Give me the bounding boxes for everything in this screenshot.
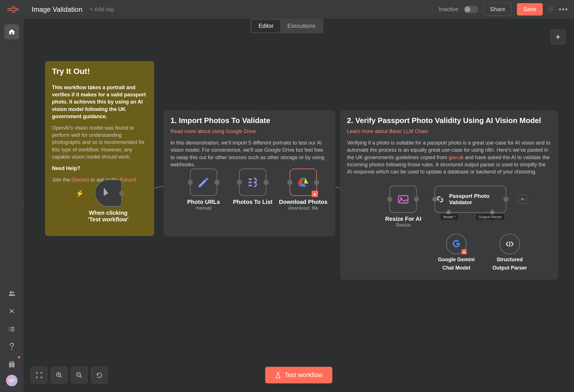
svg-point-12 — [11, 349, 12, 350]
node-sublabel: download: file — [288, 205, 318, 211]
section-title: 1. Import Photos To Validate — [170, 116, 328, 125]
output-port[interactable] — [503, 197, 509, 202]
add-tag-button[interactable]: + Add tag — [90, 6, 114, 13]
users-icon[interactable] — [4, 286, 19, 301]
svg-point-16 — [10, 362, 11, 363]
svg-rect-6 — [9, 327, 10, 328]
trigger-bolt-icon: ⚡ — [75, 190, 84, 198]
svg-point-17 — [12, 362, 14, 363]
active-toggle[interactable] — [464, 6, 478, 13]
output-port[interactable] — [119, 191, 124, 196]
input-port[interactable] — [432, 197, 437, 202]
output-port[interactable] — [414, 197, 419, 202]
subnode-label-2: Chat Model — [443, 265, 470, 271]
section-title: 2. Verify Passport Photo Validity Using … — [347, 116, 551, 125]
node-download-photos[interactable]: ▲ Download Photos download: file — [279, 169, 327, 211]
node-label: When clicking 'Test workflow' — [85, 210, 131, 223]
user-avatar[interactable]: MF — [6, 375, 18, 386]
test-workflow-button[interactable]: Test workflow — [265, 367, 332, 383]
node-photos-to-list[interactable]: Photos To List — [233, 169, 272, 205]
node-sublabel: Resize — [396, 222, 411, 228]
zoom-in-button[interactable] — [51, 367, 67, 383]
subnode-gemini[interactable]: ▲ Google Gemini Chat Model — [438, 234, 475, 271]
history-icon[interactable]: ↺ — [548, 5, 554, 13]
reset-zoom-button[interactable] — [91, 367, 108, 383]
svg-point-0 — [8, 8, 10, 11]
subnode-label-1: Google Gemini — [438, 257, 475, 263]
zoom-out-button[interactable] — [71, 367, 88, 383]
svg-point-1 — [12, 6, 15, 9]
add-node-button[interactable]: + — [550, 30, 565, 44]
svg-rect-8 — [9, 329, 10, 329]
node-passport-validator[interactable]: Passport Photo Validator Model * Output … — [435, 186, 506, 213]
output-port[interactable] — [263, 180, 269, 185]
sticky-intro: This workflow takes a portrait and verif… — [52, 84, 147, 120]
toggle-knob — [465, 7, 470, 12]
section-body: Verifying if a photo is suitable for a p… — [347, 139, 551, 175]
tab-executions[interactable]: Executions — [280, 20, 322, 32]
n8n-logo[interactable] — [6, 4, 20, 15]
sticky-title: Try It Out! — [52, 67, 147, 76]
home-button[interactable] — [4, 24, 19, 39]
help-icon[interactable] — [4, 339, 19, 354]
node-label: Photos To List — [233, 199, 272, 205]
workflow-title[interactable]: Image Validation — [32, 5, 82, 13]
svg-rect-11 — [11, 330, 14, 331]
variable-icon[interactable] — [4, 304, 19, 319]
save-button[interactable]: Save — [517, 3, 543, 15]
input-port[interactable] — [387, 197, 392, 202]
output-port[interactable] — [314, 180, 319, 185]
trigger-node-box[interactable] — [95, 180, 122, 207]
node-box[interactable] — [389, 186, 417, 213]
node-trigger[interactable]: ⚡ When clicking 'Test workflow' — [85, 180, 131, 223]
node-label: Passport Photo Validator — [449, 193, 506, 206]
need-help-heading: Need Help? — [52, 165, 147, 172]
subnode-output-parser[interactable]: Structured Output Parser — [492, 234, 527, 271]
subnode-circle[interactable]: ▲ — [446, 234, 467, 254]
warning-badge-icon: ▲ — [461, 249, 467, 254]
input-port[interactable] — [188, 180, 193, 185]
add-node-port[interactable]: + — [518, 195, 527, 204]
svg-point-5 — [12, 292, 14, 293]
input-port[interactable] — [287, 180, 292, 185]
header-bar: Image Validation + Add tag Inactive Shar… — [0, 0, 574, 19]
svg-rect-7 — [11, 327, 14, 328]
model-port-label: Model * — [441, 214, 458, 220]
llm-chain-link[interactable]: Learn more about Basic LLM Chain — [347, 128, 428, 134]
node-box[interactable]: ▲ — [290, 169, 317, 196]
gdrive-link[interactable]: Read more about using Google Drive — [170, 128, 256, 134]
subnode-label-1: Structured — [497, 257, 523, 263]
svg-rect-10 — [9, 330, 10, 331]
node-box[interactable] — [190, 169, 217, 196]
node-label: Resize For AI — [385, 216, 421, 222]
svg-point-2 — [12, 10, 15, 13]
node-sublabel: manual — [195, 205, 212, 211]
list-icon[interactable] — [4, 321, 19, 336]
node-resize[interactable]: Resize For AI Resize — [385, 186, 421, 228]
left-sidebar: MF › — [0, 19, 24, 392]
share-button[interactable]: Share — [483, 3, 512, 16]
svg-point-3 — [16, 8, 19, 11]
subnode-circle[interactable] — [499, 234, 520, 254]
section-body: In this demonstration, we'll import 5 di… — [170, 139, 328, 168]
gift-icon[interactable] — [4, 357, 19, 372]
node-label: Download Photos — [279, 199, 327, 205]
tab-editor[interactable]: Editor — [252, 20, 280, 32]
sticky-detail: OpenAI's vision model was found to perfo… — [52, 124, 147, 161]
node-photo-urls[interactable]: Photo URLs manual — [187, 169, 220, 211]
svg-rect-9 — [11, 329, 14, 329]
more-menu-icon[interactable]: ••• — [559, 5, 568, 14]
node-box[interactable]: Passport Photo Validator — [435, 186, 506, 213]
svg-rect-15 — [11, 363, 12, 367]
node-box[interactable] — [239, 169, 266, 196]
canvas-controls — [31, 367, 108, 383]
subnode-label-2: Output Parser — [492, 265, 527, 271]
output-port-label: Output Parser — [476, 214, 504, 220]
output-port[interactable] — [214, 180, 220, 185]
svg-point-4 — [10, 291, 12, 293]
fit-view-button[interactable] — [31, 367, 47, 383]
warning-badge-icon: ▲ — [312, 191, 318, 197]
input-port[interactable] — [237, 180, 242, 185]
workflow-canvas[interactable]: Try It Out! This workflow takes a portra… — [24, 19, 574, 392]
govuk-link[interactable]: gov.uk — [449, 155, 464, 160]
